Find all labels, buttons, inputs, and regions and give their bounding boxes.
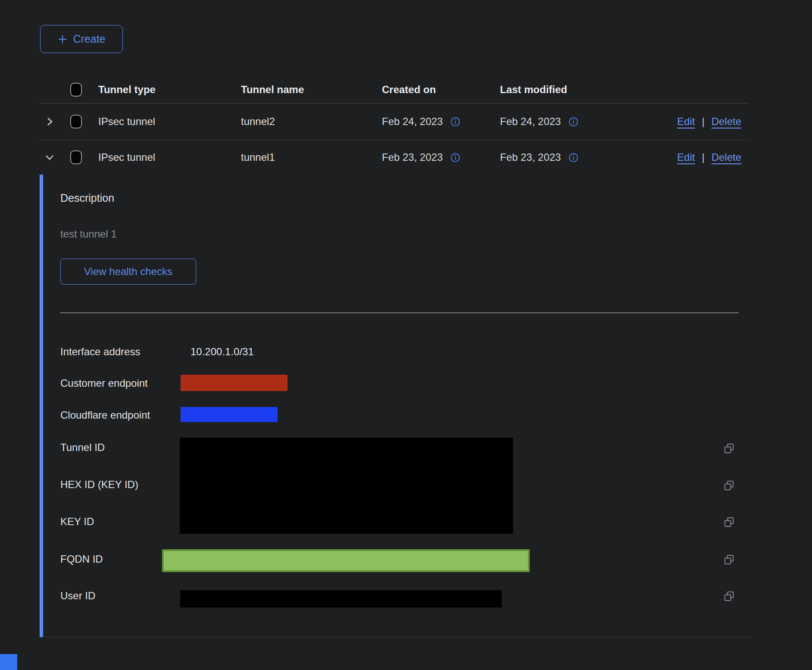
tunnel-type-cell: IPsec tunnel: [91, 151, 235, 163]
table-row-tunnel1: IPsec tunnel tunnel1 Feb 23, 2023 Feb 23…: [39, 140, 750, 175]
fqdn-id-redacted-value: [162, 549, 530, 572]
delete-link[interactable]: Delete: [712, 116, 741, 128]
hex-id-label: HEX ID (KEY ID): [60, 478, 138, 491]
copy-tunnel-id-button[interactable]: [723, 443, 735, 454]
view-health-checks-button[interactable]: View health checks: [60, 259, 196, 285]
tunnel-name-cell: tunnel2: [235, 116, 377, 128]
corner-artifact: [0, 654, 17, 670]
create-button-label: Create: [73, 33, 105, 45]
tunnel-details-panel: Description test tunnel 1 View health ch…: [40, 175, 751, 637]
created-on-value: Feb 24, 2023: [382, 116, 443, 128]
copy-key-id-button[interactable]: [723, 517, 735, 528]
key-id-label: KEY ID: [60, 515, 94, 528]
tunnel-id-redacted-value: [180, 438, 513, 534]
info-icon[interactable]: [450, 153, 460, 163]
cloudflare-endpoint-redacted-value: [181, 407, 278, 422]
edit-link[interactable]: Edit: [677, 151, 695, 163]
last-modified-value: Feb 24, 2023: [500, 116, 561, 128]
plus-icon: [57, 34, 68, 44]
tunnel-name-cell: tunnel1: [235, 151, 377, 163]
customer-endpoint-label: Customer endpoint: [60, 377, 148, 390]
column-header-created-on: Created on: [377, 84, 495, 96]
row-checkbox[interactable]: [70, 115, 82, 128]
fqdn-id-label: FQDN ID: [60, 553, 103, 566]
copy-icon: [723, 480, 735, 492]
collapse-row-button[interactable]: [44, 152, 55, 163]
column-header-tunnel-type: Tunnel type: [91, 84, 235, 96]
interface-address-value: 10.200.1.0/31: [191, 345, 254, 358]
tunnel-id-label: Tunnel ID: [60, 441, 105, 454]
last-modified-value: Feb 23, 2023: [500, 151, 561, 163]
user-id-label: User ID: [60, 589, 95, 602]
row-checkbox[interactable]: [70, 150, 82, 164]
copy-hex-id-button[interactable]: [723, 480, 735, 492]
create-button[interactable]: Create: [40, 25, 123, 53]
interface-address-label: Interface address: [60, 345, 140, 358]
action-separator: |: [702, 116, 704, 128]
tunnels-table: Tunnel type Tunnel name Created on Last …: [39, 66, 750, 637]
action-separator: |: [702, 151, 704, 163]
edit-link[interactable]: Edit: [677, 116, 695, 128]
column-header-last-modified: Last modified: [495, 84, 612, 96]
column-header-tunnel-name: Tunnel name: [235, 84, 377, 96]
delete-link[interactable]: Delete: [712, 151, 741, 163]
chevron-right-icon: [44, 116, 55, 127]
tunnel-type-cell: IPsec tunnel: [91, 116, 235, 128]
expand-row-button[interactable]: [44, 116, 55, 127]
created-on-value: Feb 23, 2023: [382, 151, 443, 163]
description-value: test tunnel 1: [60, 228, 117, 241]
tunnels-page: Create Tunnel type Tunnel name Created o…: [0, 0, 812, 670]
select-all-checkbox[interactable]: [70, 83, 82, 97]
cloudflare-endpoint-label: Cloudflare endpoint: [60, 409, 150, 422]
chevron-down-icon: [44, 152, 55, 163]
info-icon[interactable]: [568, 117, 578, 127]
copy-fqdn-id-button[interactable]: [723, 554, 735, 566]
table-header: Tunnel type Tunnel name Created on Last …: [39, 66, 750, 103]
user-id-redacted-value: [180, 590, 502, 607]
divider: [60, 313, 739, 313]
copy-icon: [723, 591, 735, 602]
description-label: Description: [60, 191, 114, 204]
copy-icon: [723, 517, 735, 528]
table-row-tunnel2: IPsec tunnel tunnel2 Feb 24, 2023 Feb 24…: [39, 103, 750, 140]
info-icon[interactable]: [450, 117, 460, 127]
info-icon[interactable]: [568, 153, 578, 163]
customer-endpoint-redacted-value: [181, 375, 287, 391]
copy-icon: [723, 443, 735, 454]
copy-user-id-button[interactable]: [723, 591, 735, 602]
copy-icon: [723, 554, 735, 566]
